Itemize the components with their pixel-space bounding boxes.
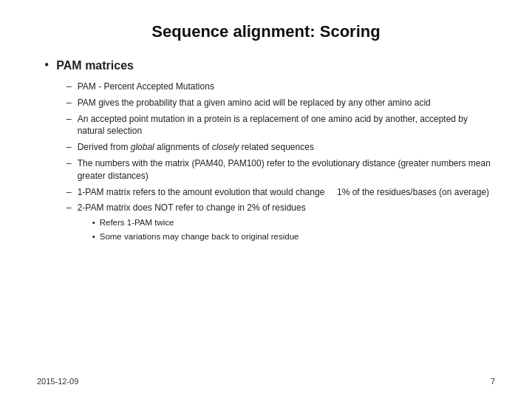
sub-bullet-7-main: 2-PAM matrix does NOT refer to change in…	[78, 202, 306, 213]
sub-sub-text-1: Refers 1-PAM twice	[100, 216, 174, 228]
sub-bullet-5: – The numbers with the matrix (PAM40, PA…	[66, 157, 495, 183]
slide: Sequence alignment: Scoring • PAM matric…	[0, 0, 532, 399]
sub-sub-bullet-2: • Some variations may change back to ori…	[92, 231, 495, 242]
sub-bullet-2: – PAM gives the probability that a given…	[66, 97, 495, 109]
sub-sub-dot-2: •	[92, 231, 95, 242]
sub-sub-bullets: • Refers 1-PAM twice • Some variations m…	[92, 216, 495, 242]
dash-5: –	[66, 157, 72, 170]
dash-6: –	[66, 186, 72, 199]
sub-bullets-list: – PAM - Percent Accepted Mutations – PAM…	[66, 81, 495, 245]
sub-bullet-text-7: 2-PAM matrix does NOT refer to change in…	[78, 202, 495, 245]
sub-sub-dot-1: •	[92, 216, 95, 228]
dash-3: –	[66, 113, 72, 126]
sub-bullet-6: – 1-PAM matrix refers to the amount evol…	[66, 186, 495, 199]
slide-title: Sequence alignment: Scoring	[37, 22, 495, 41]
sub-sub-text-2: Some variations may change back to origi…	[100, 231, 299, 242]
sub-bullet-text-2: PAM gives the probability that a given a…	[78, 97, 495, 109]
dash-4: –	[66, 141, 72, 154]
bullet-section: • PAM matrices – PAM - Percent Accepted …	[44, 59, 495, 245]
dash-2: –	[66, 97, 72, 109]
main-bullet: • PAM matrices	[44, 59, 495, 73]
sub-bullet-text-6: 1-PAM matrix refers to the amount evolut…	[78, 186, 495, 199]
sub-sub-bullet-1: • Refers 1-PAM twice	[92, 216, 495, 228]
sub-bullet-7: – 2-PAM matrix does NOT refer to change …	[66, 202, 495, 245]
sub-bullet-4: – Derived from global alignments of clos…	[66, 141, 495, 154]
main-bullet-label: PAM matrices	[56, 59, 134, 72]
footer: 2015-12-09 7	[37, 377, 495, 386]
sub-bullet-3: – An accepted point mutation in a protei…	[66, 113, 495, 138]
sub-bullet-text-5: The numbers with the matrix (PAM40, PAM1…	[78, 157, 495, 183]
sub-bullet-text-1: PAM - Percent Accepted Mutations	[78, 81, 495, 93]
sub-bullet-text-4: Derived from global alignments of closel…	[78, 141, 495, 154]
bullet-dot: •	[44, 58, 49, 73]
dash-1: –	[66, 81, 72, 93]
sub-bullet-1: – PAM - Percent Accepted Mutations	[66, 81, 495, 93]
footer-date: 2015-12-09	[37, 377, 78, 386]
dash-7: –	[66, 202, 72, 214]
footer-page: 7	[491, 377, 495, 386]
sub-bullet-text-3: An accepted point mutation in a protein …	[78, 113, 495, 138]
